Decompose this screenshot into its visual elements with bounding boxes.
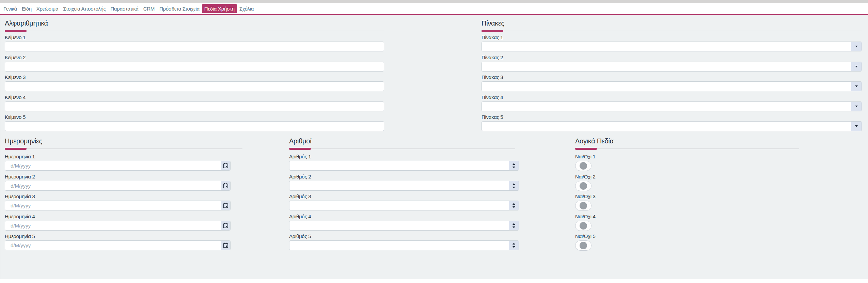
date-field-label-2: Ημερομηνία 2 xyxy=(5,174,242,179)
text-field-row-2: Κείμενο 2 xyxy=(5,55,384,72)
tab-pedia-xristi[interactable]: Πεδία Χρήστη xyxy=(202,4,237,13)
caret-down-icon xyxy=(855,106,858,107)
section-underline xyxy=(5,148,242,150)
tab-genika[interactable]: Γενικά xyxy=(1,4,19,13)
tab-crm[interactable]: CRM xyxy=(141,4,157,13)
boolean-field-label-4: Ναι/Όχι 4 xyxy=(575,214,799,219)
number-spin-buttons-1[interactable] xyxy=(509,161,519,170)
text-input-5[interactable] xyxy=(5,121,384,131)
text-field-row-4: Κείμενο 4 xyxy=(5,95,384,111)
date-picker-5 xyxy=(5,240,231,250)
text-input-2[interactable] xyxy=(5,62,384,72)
yes-no-toggle-1[interactable] xyxy=(575,161,591,171)
date-input-5[interactable] xyxy=(5,241,221,250)
toggle-knob xyxy=(580,182,587,190)
number-spin-buttons-3[interactable] xyxy=(509,201,519,210)
number-spinner-2 xyxy=(289,181,519,191)
table-dropdown-open-button-3[interactable] xyxy=(851,82,862,91)
tab-eidi[interactable]: Είδη xyxy=(19,4,34,13)
tab-bar: Γενικά Είδη Χρεώσιμα Στοιχεία Αποστολής … xyxy=(0,3,868,14)
tab-prostheta-stoixeia[interactable]: Πρόσθετα Στοιχεία xyxy=(157,4,202,13)
section-underline xyxy=(482,30,862,32)
table-dropdown-input-2[interactable] xyxy=(482,62,851,71)
date-calendar-button-3[interactable] xyxy=(221,201,230,210)
tab-sxolia[interactable]: Σχόλια xyxy=(237,4,256,13)
boolean-field-row-3: Ναι/Όχι 3 xyxy=(575,194,799,211)
yes-no-toggle-3[interactable] xyxy=(575,201,591,211)
number-input-4[interactable] xyxy=(289,221,509,230)
section-dates: Ημερομηνίες Ημερομηνία 1 Ημερομηνία 2 xyxy=(5,137,242,254)
text-field-row-1: Κείμενο 1 xyxy=(5,35,384,51)
text-field-row-5: Κείμενο 5 xyxy=(5,114,384,131)
calendar-icon xyxy=(223,203,228,208)
date-calendar-button-2[interactable] xyxy=(221,181,230,190)
date-input-1[interactable] xyxy=(5,161,221,170)
date-picker-4 xyxy=(5,221,231,231)
date-input-4[interactable] xyxy=(5,221,221,230)
caret-up-icon xyxy=(512,223,515,225)
caret-up-icon xyxy=(512,203,515,205)
date-field-label-1: Ημερομηνία 1 xyxy=(5,154,242,159)
table-dropdown-input-4[interactable] xyxy=(482,102,851,111)
number-input-5[interactable] xyxy=(289,241,509,250)
yes-no-toggle-2[interactable] xyxy=(575,181,591,191)
calendar-icon xyxy=(223,183,228,189)
caret-down-icon xyxy=(512,206,515,208)
section-title-numbers: Αριθμοί xyxy=(289,137,519,145)
table-dropdown-open-button-5[interactable] xyxy=(851,122,862,131)
number-spin-buttons-2[interactable] xyxy=(509,181,519,190)
number-spinner-1 xyxy=(289,161,519,171)
date-input-3[interactable] xyxy=(5,201,221,210)
table-field-row-5: Πίνακας 5 xyxy=(482,114,862,131)
table-field-row-3: Πίνακας 3 xyxy=(482,75,862,91)
date-calendar-button-5[interactable] xyxy=(221,241,230,250)
number-input-1[interactable] xyxy=(289,161,509,170)
table-field-row-1: Πίνακας 1 xyxy=(482,35,862,51)
table-dropdown-input-5[interactable] xyxy=(482,122,851,131)
text-input-3[interactable] xyxy=(5,81,384,91)
section-title-alphanumeric: Αλφαριθμητικά xyxy=(5,19,384,27)
text-field-label-4: Κείμενο 4 xyxy=(5,95,384,100)
date-field-row-5: Ημερομηνία 5 xyxy=(5,234,242,250)
text-field-label-1: Κείμενο 1 xyxy=(5,35,384,40)
table-dropdown-3 xyxy=(482,81,862,91)
boolean-field-row-1: Ναι/Όχι 1 xyxy=(575,154,799,171)
yes-no-toggle-4[interactable] xyxy=(575,221,591,231)
section-title-dates: Ημερομηνίες xyxy=(5,137,242,145)
tab-stoixeia-apostolis[interactable]: Στοιχεία Αποστολής xyxy=(61,4,108,13)
number-spinner-5 xyxy=(289,240,519,250)
tab-xreosima[interactable]: Χρεώσιμα xyxy=(34,4,61,13)
date-calendar-button-1[interactable] xyxy=(221,161,230,170)
number-spin-buttons-5[interactable] xyxy=(509,241,519,250)
date-picker-2 xyxy=(5,181,231,191)
calendar-icon xyxy=(223,223,228,229)
table-dropdown-2 xyxy=(482,62,862,72)
table-dropdown-open-button-1[interactable] xyxy=(851,42,862,51)
date-input-2[interactable] xyxy=(5,181,221,190)
date-field-label-4: Ημερομηνία 4 xyxy=(5,214,242,219)
table-dropdown-open-button-4[interactable] xyxy=(851,102,862,111)
date-field-row-4: Ημερομηνία 4 xyxy=(5,214,242,231)
table-dropdown-4 xyxy=(482,101,862,111)
number-input-2[interactable] xyxy=(289,181,509,190)
yes-no-toggle-5[interactable] xyxy=(575,240,591,251)
date-field-row-2: Ημερομηνία 2 xyxy=(5,174,242,191)
number-spin-buttons-4[interactable] xyxy=(509,221,519,230)
date-field-row-3: Ημερομηνία 3 xyxy=(5,194,242,210)
table-dropdown-input-1[interactable] xyxy=(482,42,851,51)
text-field-row-3: Κείμενο 3 xyxy=(5,75,384,91)
table-dropdown-input-3[interactable] xyxy=(482,82,851,91)
number-spinner-3 xyxy=(289,201,519,210)
table-field-label-2: Πίνακας 2 xyxy=(482,55,862,60)
caret-down-icon xyxy=(855,66,858,67)
date-calendar-button-4[interactable] xyxy=(221,221,230,230)
section-title-booleans: Λογικά Πεδία xyxy=(575,137,799,145)
caret-up-icon xyxy=(512,243,515,245)
boolean-field-row-2: Ναι/Όχι 2 xyxy=(575,174,799,191)
text-input-1[interactable] xyxy=(5,42,384,51)
text-input-4[interactable] xyxy=(5,101,384,111)
number-input-3[interactable] xyxy=(289,201,509,210)
tab-parastatika[interactable]: Παραστατικά xyxy=(108,4,141,13)
table-dropdown-open-button-2[interactable] xyxy=(851,62,862,71)
boolean-field-label-3: Ναι/Όχι 3 xyxy=(575,194,799,199)
